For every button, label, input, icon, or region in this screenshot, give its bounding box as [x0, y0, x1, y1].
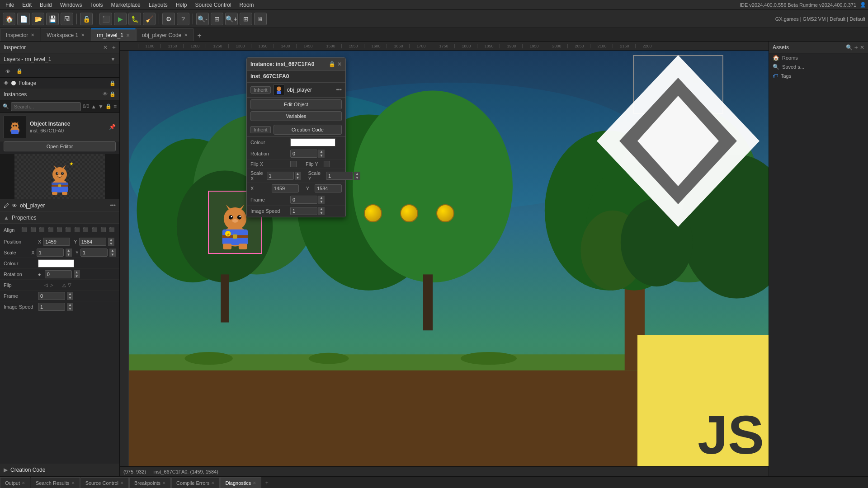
- instances-lock-icon[interactable]: 🔒: [109, 91, 116, 97]
- align-spread[interactable]: ⬛: [99, 225, 107, 235]
- right-panel-search-icon[interactable]: 🔍: [846, 44, 853, 51]
- popup-flip-y-checkbox[interactable]: [324, 161, 330, 167]
- right-panel-item-rooms[interactable]: 🏠 Rooms: [769, 53, 868, 62]
- popup-close-button[interactable]: ✕: [337, 61, 342, 67]
- tab-compile-errors-close[interactable]: ✕: [211, 481, 215, 485]
- layer-eye-toggle[interactable]: 👁: [3, 66, 13, 76]
- layer-dropdown-icon[interactable]: ▼: [110, 56, 116, 62]
- save-all-button[interactable]: 🖫: [61, 13, 73, 25]
- menu-windows[interactable]: Windows: [57, 1, 86, 9]
- tab-obj-player-code-close[interactable]: ✕: [184, 33, 188, 38]
- settings-button[interactable]: ⚙: [162, 13, 175, 25]
- foliage-lock-icon[interactable]: 🔒: [109, 80, 116, 86]
- search-lock-icon[interactable]: 🔒: [105, 103, 112, 109]
- align-middle-right[interactable]: ⬛: [64, 225, 72, 235]
- foliage-layer-eye[interactable]: 👁: [4, 80, 9, 86]
- popup-y-input[interactable]: [315, 184, 342, 192]
- tab-inspector[interactable]: Inspector ✕: [0, 28, 40, 41]
- layer-selector[interactable]: Layers - rm_level_1 ▼: [0, 53, 119, 65]
- align-top-center[interactable]: ⬛: [29, 225, 37, 235]
- right-panel-item-saved[interactable]: 🔍 Saved s...: [769, 62, 868, 71]
- inspector-add-button[interactable]: +: [112, 44, 116, 51]
- image-speed-input[interactable]: [38, 303, 65, 311]
- popup-edit-object-button[interactable]: Edit Object: [250, 99, 342, 109]
- layer-lock-toggle[interactable]: 🔒: [14, 66, 24, 76]
- align-top-left[interactable]: ⬛: [20, 225, 28, 235]
- object-pin-icon[interactable]: 📌: [109, 124, 116, 130]
- search-up-icon[interactable]: ▲: [91, 103, 96, 110]
- debug-button[interactable]: 🐛: [128, 13, 141, 25]
- align-middle-center[interactable]: ⬛: [55, 225, 63, 235]
- image-speed-up[interactable]: ▲: [67, 303, 73, 307]
- menu-build[interactable]: Build: [36, 1, 56, 9]
- menu-source-control[interactable]: Source Control: [192, 1, 235, 9]
- zoom-reset-button[interactable]: ⊞: [211, 13, 223, 25]
- popup-scale-y-up[interactable]: ▲: [354, 172, 360, 176]
- menu-room[interactable]: Room: [236, 1, 258, 9]
- search-options-icon[interactable]: ≡: [113, 103, 117, 110]
- popup-rotation-input[interactable]: [290, 150, 317, 158]
- zoom-in-button[interactable]: 🔍+: [225, 13, 238, 25]
- right-panel-add-icon[interactable]: +: [854, 44, 858, 51]
- popup-creation-code-button[interactable]: Creation Code: [274, 125, 342, 135]
- pos-spin-down[interactable]: ▼: [108, 242, 114, 246]
- popup-image-speed-up[interactable]: ▲: [318, 207, 325, 211]
- popup-scale-x-down[interactable]: ▼: [295, 176, 301, 180]
- frame-input[interactable]: [38, 292, 65, 300]
- menu-tools[interactable]: Tools: [86, 1, 106, 9]
- user-icon[interactable]: 👤: [860, 2, 866, 8]
- tab-search-close[interactable]: ✕: [71, 481, 75, 485]
- align-distribute-v[interactable]: ⬛: [90, 225, 98, 235]
- properties-expand-icon[interactable]: ▲: [4, 215, 9, 221]
- popup-scale-x-input[interactable]: [267, 172, 294, 180]
- popup-colour-swatch[interactable]: [290, 138, 335, 146]
- bottom-tab-search[interactable]: Search Results ✕: [31, 477, 80, 488]
- popup-lock-icon[interactable]: 🔒: [329, 61, 335, 67]
- open-button[interactable]: 📂: [32, 13, 44, 25]
- game-canvas[interactable]: ★ Instance: inst_667C1FA0 🔒 ✕ inst_667C1…: [120, 51, 769, 466]
- foliage-layer-row[interactable]: 👁 Foliage 🔒: [0, 78, 119, 89]
- obj-edit-icon[interactable]: 🖊: [4, 202, 9, 209]
- new-button[interactable]: 📄: [17, 13, 30, 25]
- tab-inspector-close[interactable]: ✕: [31, 33, 34, 38]
- align-middle-left[interactable]: ⬛: [47, 225, 54, 235]
- open-editor-button[interactable]: Open Editor: [4, 141, 116, 151]
- tab-workspace1-close[interactable]: ✕: [81, 33, 85, 38]
- search-input[interactable]: [11, 102, 81, 111]
- pos-y-input[interactable]: [79, 238, 106, 246]
- inspector-close-button[interactable]: ✕: [103, 44, 108, 51]
- grid-button[interactable]: ⊞: [240, 13, 252, 25]
- bottom-tab-compile-errors[interactable]: Compile Errors ✕: [171, 477, 220, 488]
- align-distribute-h[interactable]: ⬛: [82, 225, 90, 235]
- popup-frame-down[interactable]: ▼: [318, 200, 325, 204]
- tab-diagnostics-close[interactable]: ✕: [253, 481, 256, 485]
- bottom-tab-output[interactable]: Output ✕: [0, 477, 30, 488]
- scale-x-up[interactable]: ▲: [66, 249, 72, 253]
- help-toolbar-button[interactable]: ?: [177, 13, 189, 25]
- popup-inherit-button[interactable]: Inherit: [250, 86, 271, 94]
- popup-rotation-down[interactable]: ▼: [318, 154, 325, 158]
- obj-button[interactable]: ⬛: [99, 13, 112, 25]
- bottom-tab-diagnostics[interactable]: Diagnostics ✕: [220, 477, 261, 488]
- scale-y-input[interactable]: [80, 249, 108, 257]
- align-extra[interactable]: ⬛: [108, 225, 116, 235]
- popup-frame-up[interactable]: ▲: [318, 196, 325, 200]
- instances-eye-icon[interactable]: 👁: [103, 91, 108, 97]
- popup-image-speed-input[interactable]: [290, 207, 317, 215]
- obj-preview-icon[interactable]: 👁: [12, 202, 17, 209]
- tab-obj-player-code[interactable]: obj_player Code ✕: [136, 28, 193, 41]
- scale-x-down[interactable]: ▼: [66, 253, 72, 257]
- scale-y-down[interactable]: ▼: [109, 253, 116, 257]
- popup-more-button[interactable]: •••: [336, 87, 342, 93]
- popup-frame-input[interactable]: [290, 196, 317, 204]
- view-button[interactable]: 🖥: [254, 13, 267, 25]
- lock-button[interactable]: 🔒: [80, 13, 93, 25]
- home-button[interactable]: 🏠: [3, 13, 15, 25]
- align-bottom[interactable]: ⬛: [73, 225, 80, 235]
- popup-x-input[interactable]: [272, 184, 299, 192]
- canvas-wrapper[interactable]: ★ Instance: inst_667C1FA0 🔒 ✕ inst_667C1…: [120, 51, 769, 466]
- popup-scale-y-down[interactable]: ▼: [354, 176, 360, 180]
- rotation-down[interactable]: ▼: [74, 274, 80, 278]
- tab-add-button[interactable]: +: [194, 30, 205, 41]
- colour-swatch[interactable]: [38, 259, 74, 267]
